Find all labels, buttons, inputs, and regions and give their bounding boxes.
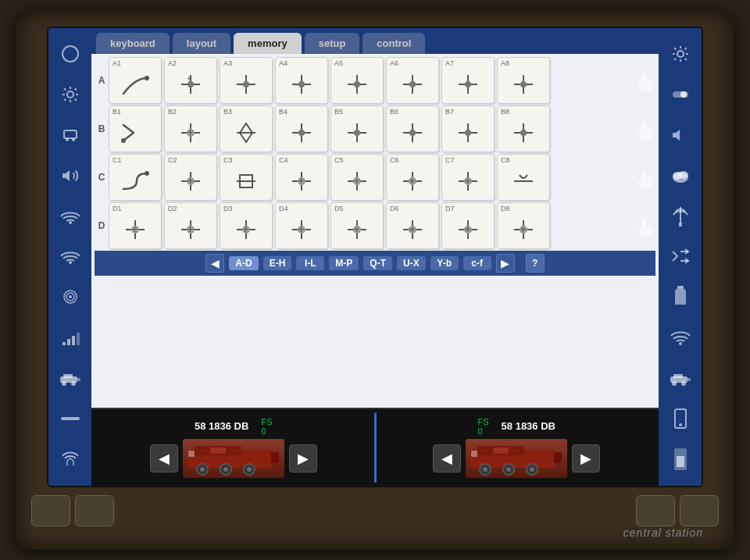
cell-D7[interactable]: D7+ [441, 202, 495, 249]
cell-D6[interactable]: D6+ [386, 202, 439, 249]
svg-rect-10 [62, 342, 66, 345]
bottom-btn-left-2[interactable] [75, 495, 114, 526]
cell-icon-C8 [508, 164, 539, 198]
hand-icon-row-C[interactable] [634, 166, 655, 188]
circle-icon[interactable] [58, 41, 83, 66]
bottom-btn-right-2[interactable] [680, 495, 719, 526]
help-button[interactable]: ? [526, 254, 545, 273]
cell-B8[interactable]: B8 [497, 105, 550, 152]
cell-C8[interactable]: C8 [497, 154, 550, 201]
pagination-page-Y-b[interactable]: Y-b [430, 256, 459, 270]
pagination-page-I-L[interactable]: I-L [296, 256, 324, 270]
cell-C6[interactable]: C6+ [386, 154, 439, 201]
cell-A6[interactable]: A6 [386, 57, 439, 104]
loco-forward-left[interactable]: ▶ [289, 444, 317, 473]
svg-point-1 [67, 91, 73, 98]
cell-icon-B7 [452, 116, 484, 150]
bottom-btn-left-1[interactable] [31, 495, 70, 526]
pagination-page-U-X[interactable]: U-X [397, 256, 426, 270]
gear-icon[interactable] [58, 82, 83, 107]
cell-D5[interactable]: D5+ [330, 202, 384, 249]
cell-B3[interactable]: B3 [220, 105, 273, 152]
cell-A2[interactable]: A2+ [164, 57, 217, 104]
shuffle-icon[interactable] [668, 244, 693, 269]
cell-A5[interactable]: A5 [330, 57, 384, 104]
tab-setup[interactable]: setup [305, 33, 360, 54]
cell-A1[interactable]: A1 [109, 57, 162, 104]
cell-label-B6: B6 [390, 108, 398, 116]
wifi-hand-icon[interactable] [58, 447, 83, 472]
hand-icon-row-B[interactable] [634, 118, 655, 140]
pagination-prev[interactable]: ◀ [205, 254, 224, 273]
svg-text:+: + [409, 224, 415, 235]
signal-icon[interactable] [58, 325, 83, 350]
cell-C1[interactable]: C1 [109, 154, 162, 201]
tab-layout[interactable]: layout [173, 33, 230, 54]
cell-B4[interactable]: B4 [275, 105, 328, 152]
hand-icon-row-D[interactable] [634, 215, 655, 237]
cell-D4[interactable]: D4+ [275, 202, 328, 249]
hand-icon-row-A[interactable] [634, 70, 655, 91]
cell-icon-C3 [230, 164, 262, 198]
bar-right-icon[interactable] [668, 447, 693, 472]
antenna-right-icon[interactable] [668, 204, 693, 229]
cell-label-B2: B2 [168, 108, 177, 116]
cell-B5[interactable]: B5 [330, 105, 384, 152]
cell-B6[interactable]: B6 [386, 105, 439, 152]
tab-memory[interactable]: memory [234, 33, 302, 54]
cell-A8[interactable]: A8 [497, 57, 550, 104]
wifi-right-icon[interactable] [668, 325, 693, 350]
tab-keyboard[interactable]: keyboard [96, 33, 170, 54]
cell-D3[interactable]: D3+ [220, 202, 273, 249]
train-icon[interactable] [58, 123, 83, 148]
cell-C2[interactable]: C2+ [164, 154, 217, 201]
toggle-icon[interactable] [668, 82, 693, 107]
bottom-btn-right-1[interactable] [636, 495, 675, 526]
minus-icon[interactable] [58, 406, 83, 431]
speaker-right-icon[interactable] [668, 123, 693, 148]
cell-icon-A3 [230, 67, 262, 102]
cell-D2[interactable]: D2+ [164, 202, 217, 249]
cell-C4[interactable]: C4+ [275, 154, 328, 201]
loco-back-right[interactable]: ◀ [433, 444, 461, 473]
cell-A4[interactable]: A4 [275, 57, 328, 104]
loco-back-left[interactable]: ◀ [150, 444, 178, 473]
cell-B1[interactable]: B1 [109, 105, 162, 152]
tab-control[interactable]: control [362, 33, 425, 54]
cell-B7[interactable]: B7 [441, 105, 495, 152]
loco-side-icon[interactable] [58, 366, 83, 391]
cell-label-A3: A3 [223, 59, 232, 67]
pagination-page-Q-T[interactable]: Q-T [363, 256, 392, 270]
pagination-page-E-H[interactable]: E-H [263, 256, 292, 270]
cell-C7[interactable]: C7+ [441, 154, 495, 201]
cell-label-A5: A5 [334, 59, 343, 67]
radio-icon[interactable] [58, 284, 83, 309]
cell-C3[interactable]: C3 [220, 154, 273, 201]
train-right-icon[interactable] [668, 366, 693, 391]
row-label-A: A [95, 75, 109, 86]
cell-icon-A1 [120, 67, 151, 102]
cell-label-B3: B3 [223, 108, 232, 116]
cell-label-B5: B5 [334, 108, 343, 116]
pagination-page-c-f[interactable]: c-f [463, 256, 491, 270]
pagination-page-A-D[interactable]: A-D [229, 256, 258, 270]
cell-A7[interactable]: A7 [441, 57, 495, 104]
wifi-icon-2[interactable] [58, 244, 83, 269]
wifi-icon-1[interactable] [58, 204, 83, 229]
svg-point-126 [247, 467, 252, 472]
cloud-right-icon[interactable] [668, 163, 693, 188]
cell-A3[interactable]: A3 [220, 57, 273, 104]
cell-B2[interactable]: B2+ [164, 105, 217, 152]
gear-right-icon[interactable] [668, 41, 693, 66]
bottle-right-icon[interactable] [668, 284, 693, 309]
pagination-next[interactable]: ▶ [496, 254, 515, 273]
loco-forward-right[interactable]: ▶ [572, 444, 600, 473]
speaker-icon[interactable] [58, 163, 83, 188]
svg-text:+: + [188, 176, 193, 187]
cell-label-A1: A1 [112, 59, 121, 67]
pagination-page-M-P[interactable]: M-P [329, 256, 359, 270]
cell-D1[interactable]: D1+ [109, 202, 162, 249]
phone-right-icon[interactable] [668, 406, 693, 431]
cell-D8[interactable]: D8+ [497, 202, 550, 249]
cell-C5[interactable]: C5+ [330, 154, 384, 201]
